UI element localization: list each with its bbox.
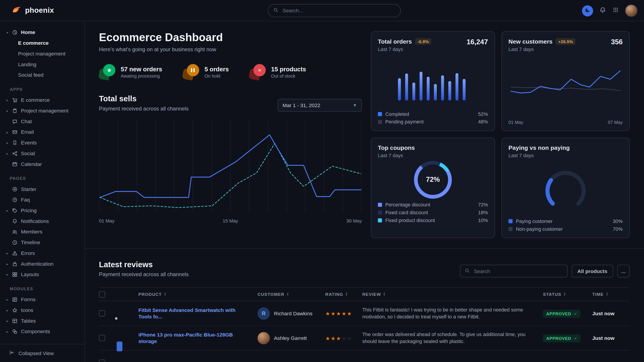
sidebar-item-label: Tables bbox=[21, 318, 36, 324]
product-link[interactable]: iPhone 13 pro max-Pacific Blue-128GB sto… bbox=[138, 331, 258, 345]
row-checkbox[interactable] bbox=[99, 335, 105, 341]
total-sells-title: Total sells bbox=[99, 94, 189, 103]
sidebar-item-label: Chat bbox=[21, 118, 32, 124]
sidebar-item-label: Authentication bbox=[21, 261, 54, 267]
sidebar-item-social[interactable]: ▸Social bbox=[0, 148, 84, 159]
product-link[interactable]: Fitbit Sense Advanced Smartwatch with To… bbox=[138, 307, 258, 320]
sidebar-section-label: APPS bbox=[0, 80, 84, 95]
date-range-select[interactable]: Mar 1 - 31, 2022 ▼ bbox=[278, 99, 362, 112]
bookmark-icon bbox=[12, 140, 18, 146]
row-checkbox[interactable] bbox=[99, 310, 105, 317]
legend-value: 52% bbox=[478, 111, 488, 117]
legend-fixed-product-discount: Fixed product discount10% bbox=[378, 218, 488, 223]
sidebar-item-pricing[interactable]: ▸Pricing bbox=[0, 205, 84, 216]
sidebar-item-home[interactable]: ▾Home bbox=[0, 27, 84, 38]
card-title: Paying vs non paying bbox=[508, 144, 570, 151]
stat-caption: Awating processing bbox=[121, 73, 162, 78]
reviews-search-input[interactable] bbox=[473, 268, 563, 274]
stat-value: 57 new orders bbox=[121, 65, 162, 72]
column-header-review[interactable]: REVIEW▲▼ bbox=[362, 292, 543, 297]
column-header-status[interactable]: STATUS▲▼ bbox=[543, 292, 592, 297]
check-icon bbox=[573, 312, 577, 316]
sidebar-item-layouts[interactable]: ▸Layouts bbox=[0, 269, 84, 280]
legend-value: 48% bbox=[478, 119, 488, 125]
more-options-button[interactable]: ... bbox=[617, 265, 630, 278]
sidebar-item-faq[interactable]: Faq bbox=[0, 195, 84, 205]
sidebar-item-timeline[interactable]: Timeline bbox=[0, 237, 84, 248]
stat-value: 5 orders bbox=[204, 65, 229, 72]
brand[interactable]: phoenix bbox=[12, 4, 54, 16]
review-time: Just now bbox=[592, 311, 630, 316]
sidebar-item-label: Pricing bbox=[21, 208, 37, 214]
sidebar-item-members[interactable]: Members bbox=[0, 227, 84, 237]
sidebar-item-label: Icons bbox=[21, 308, 33, 313]
all-products-button[interactable]: All products bbox=[572, 265, 613, 278]
sidebar-item-authentication[interactable]: ▸Authentication bbox=[0, 259, 84, 269]
legend-label: Completed bbox=[385, 111, 409, 117]
sidebar-item-calendar[interactable]: Calendar bbox=[0, 159, 84, 169]
sidebar-item-tables[interactable]: ▸Tables bbox=[0, 316, 84, 326]
page-subtitle: Here's what's going on at your business … bbox=[99, 46, 362, 52]
reviews-search[interactable] bbox=[460, 265, 568, 278]
column-header-product[interactable]: PRODUCT▲▼ bbox=[138, 292, 258, 297]
legend-value: 70% bbox=[613, 226, 623, 232]
reviews-table: PRODUCT▲▼CUSTOMER▲▼RATING▲▼REVIEW▲▼STATU… bbox=[99, 287, 630, 362]
bell-icon bbox=[12, 218, 18, 224]
legend-non-paying-customer: Non-paying customer70% bbox=[508, 226, 622, 232]
legend-swatch bbox=[378, 211, 382, 215]
sidebar-item-social-feed[interactable]: Social feed bbox=[0, 70, 84, 80]
caret-right-icon: ▸ bbox=[6, 130, 9, 134]
table-row: Fitbit Sense Advanced Smartwatch with To… bbox=[99, 301, 630, 326]
form-icon bbox=[12, 297, 18, 303]
user-avatar[interactable] bbox=[625, 4, 638, 17]
star-icon: ★ bbox=[99, 64, 115, 80]
caret-right-icon: ▸ bbox=[6, 152, 9, 155]
sidebar-item-e-commerce[interactable]: E commerce bbox=[0, 38, 84, 48]
sidebar-item-label: E commerce bbox=[21, 97, 50, 103]
caret-right-icon: ▸ bbox=[6, 273, 9, 277]
customer-avatar: R bbox=[258, 307, 270, 320]
sidebar-item-notifications[interactable]: Notifications bbox=[0, 216, 84, 227]
sidebar-section-label: PAGES bbox=[0, 169, 84, 184]
column-header-time[interactable]: TIME▲▼ bbox=[592, 292, 630, 297]
notifications-button[interactable] bbox=[599, 6, 606, 15]
select-all-checkbox[interactable] bbox=[99, 291, 105, 297]
legend-label: Fixed product discount bbox=[385, 218, 435, 223]
card-title: Total orders bbox=[378, 38, 412, 45]
sidebar-item-events[interactable]: ▸Events bbox=[0, 137, 84, 148]
caret-right-icon: ▸ bbox=[6, 98, 9, 102]
column-header-rating[interactable]: RATING▲▼ bbox=[325, 292, 362, 297]
sidebar-item-chat[interactable]: Chat bbox=[0, 116, 84, 127]
caret-right-icon: ▸ bbox=[6, 141, 9, 145]
customer-cell: RRichard Dawkins bbox=[258, 307, 325, 320]
sidebar-item-project-management[interactable]: Project management bbox=[0, 48, 84, 59]
sidebar-item-email[interactable]: ▸Email bbox=[0, 127, 84, 137]
sidebar-item-e-commerce[interactable]: ▸E commerce bbox=[0, 95, 84, 105]
apps-menu-button[interactable] bbox=[612, 6, 619, 15]
sidebar-item-errors[interactable]: ▸Errors bbox=[0, 248, 84, 259]
stat-out-of-stock: ×15 productsOut of stock bbox=[249, 64, 306, 80]
sidebar-item-starter[interactable]: Starter bbox=[0, 184, 84, 195]
sidebar-item-icons[interactable]: ▸Icons bbox=[0, 305, 84, 316]
customer-cell: Ashley Garrett bbox=[258, 332, 325, 344]
theme-toggle-button[interactable] bbox=[582, 5, 593, 16]
stat-on-hold: 5 ordersOn hold bbox=[183, 64, 229, 80]
check-icon bbox=[573, 336, 577, 340]
users-icon bbox=[12, 229, 18, 235]
search-input[interactable] bbox=[282, 7, 396, 14]
sidebar-item-forms[interactable]: ▸Forms bbox=[0, 294, 84, 305]
sidebar-item-label: Email bbox=[21, 129, 34, 135]
x-tick: 15 May bbox=[223, 218, 238, 223]
sidebar-section-label: MODULES bbox=[0, 280, 84, 294]
main-content: Ecommerce Dashboard Here's what's going … bbox=[86, 21, 644, 362]
sidebar-item-components[interactable]: ▸Components bbox=[0, 326, 84, 337]
sidebar-item-landing[interactable]: Landing bbox=[0, 59, 84, 70]
row-checkbox[interactable] bbox=[99, 360, 105, 362]
caret-right-icon: ▸ bbox=[6, 109, 9, 113]
global-search[interactable] bbox=[268, 4, 401, 17]
collapse-view-button[interactable]: Collapsed View bbox=[0, 344, 84, 362]
column-header-customer[interactable]: CUSTOMER▲▼ bbox=[258, 292, 325, 297]
review-text: The order was delivered ahead of schedul… bbox=[362, 331, 543, 345]
review-time: Just now bbox=[592, 335, 630, 341]
sidebar-item-project-management[interactable]: ▸Project management bbox=[0, 105, 84, 116]
